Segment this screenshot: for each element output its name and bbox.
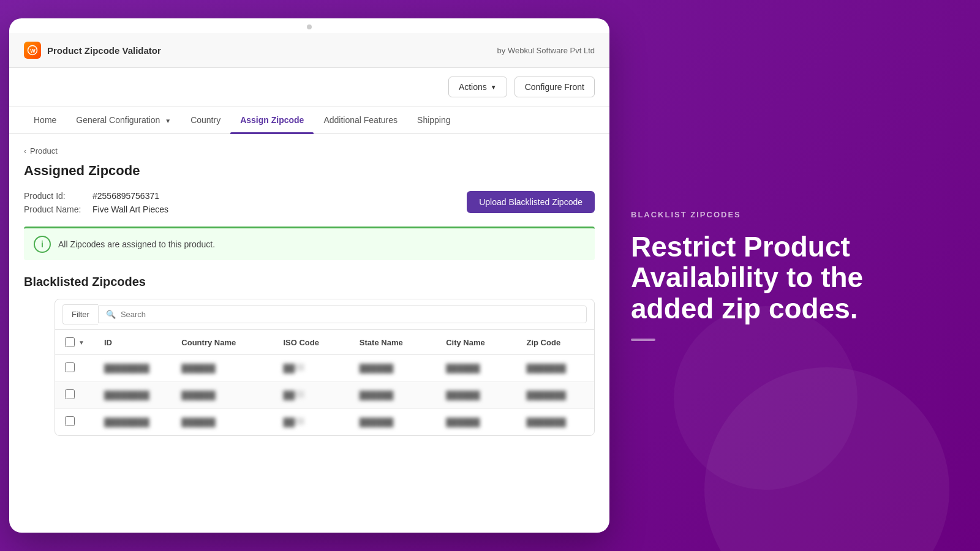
sort-icon: ▼	[78, 339, 85, 346]
blacklisted-zipcodes-table-container: Filter 🔍 ▼ ID	[55, 299, 595, 436]
search-container: 🔍	[98, 305, 587, 323]
sidebar-item-country[interactable]: Country	[181, 107, 230, 133]
upload-blacklisted-zipcode-button[interactable]: Upload Blacklisted Zipcode	[467, 191, 595, 213]
app-title-area: W Product Zipcode Validator	[24, 42, 161, 59]
cell-city_name: ██████	[436, 355, 516, 382]
table-body: ████████ ██████ ██ ██████ ██████	[55, 355, 594, 436]
cell-iso_code: ██	[273, 355, 349, 382]
col-city-name: City Name	[436, 330, 516, 355]
sidebar-item-assign-zipcode[interactable]: Assign Zipcode	[230, 107, 314, 133]
row-select-checkbox[interactable]	[65, 362, 75, 372]
card-dot	[307, 24, 312, 29]
cell-state_name: ██████	[350, 409, 436, 436]
product-name-label: Product Name:	[24, 204, 85, 214]
app-subtitle: by Webkul Software Pvt Ltd	[497, 46, 595, 55]
select-all-cell: ▼	[55, 330, 94, 355]
select-all-checkbox[interactable]	[65, 337, 75, 347]
app-header: W Product Zipcode Validator by Webkul So…	[9, 33, 609, 68]
col-id: ID	[94, 330, 172, 355]
row-checkbox-cell	[55, 409, 94, 436]
configure-front-button[interactable]: Configure Front	[514, 77, 595, 97]
cell-zip_code: ███████	[517, 382, 594, 409]
info-icon: i	[34, 236, 51, 253]
row-select-checkbox[interactable]	[65, 416, 75, 426]
panel-heading: Restrict Product Availability to the add…	[631, 231, 949, 324]
data-table: ▼ ID Country Name ISO Code State Name Ci…	[55, 330, 594, 435]
table-row: ████████ ██████ ██ ██████ ██████	[55, 355, 594, 382]
product-id-label: Product Id:	[24, 191, 85, 201]
main-card: W Product Zipcode Validator by Webkul So…	[9, 18, 609, 533]
filter-button[interactable]: Filter	[62, 304, 98, 324]
breadcrumb-link[interactable]: Product	[30, 146, 58, 156]
col-zip-code: Zip Code	[517, 330, 594, 355]
cell-country_name: ██████	[172, 355, 273, 382]
breadcrumb-arrow-icon: ‹	[24, 147, 26, 156]
app-icon: W	[24, 42, 41, 59]
app-title: Product Zipcode Validator	[47, 45, 161, 56]
breadcrumb: ‹ Product	[24, 146, 595, 156]
cell-id: ████████	[94, 382, 172, 409]
blacklisted-zipcodes-title: Blacklisted Zipcodes	[24, 275, 595, 289]
sidebar-item-additional-features[interactable]: Additional Features	[314, 107, 407, 133]
product-id-value: #2556895756371	[92, 191, 159, 201]
row-checkbox-cell	[55, 355, 94, 382]
cell-id: ████████	[94, 355, 172, 382]
row-checkbox-cell	[55, 382, 94, 409]
right-panel: BLACKLIST ZIPCODES Restrict Product Avai…	[600, 0, 980, 551]
general-config-caret: ▼	[165, 118, 171, 124]
search-icon: 🔍	[106, 310, 116, 319]
cell-iso_code: ██	[273, 382, 349, 409]
row-select-checkbox[interactable]	[65, 389, 75, 399]
svg-text:W: W	[30, 48, 36, 54]
table-row: ████████ ██████ ██ ██████ ██████	[55, 382, 594, 409]
cell-country_name: ██████	[172, 382, 273, 409]
product-info-row: Product Id: #2556895756371 Product Name:…	[24, 191, 595, 214]
cell-zip_code: ███████	[517, 409, 594, 436]
sidebar-item-general-config[interactable]: General Configuration ▼	[66, 107, 181, 133]
toolbar-row: Actions ▼ Configure Front	[9, 68, 609, 107]
table-header-row: ▼ ID Country Name ISO Code State Name Ci…	[55, 330, 594, 355]
info-message: All Zipcodes are assigned to this produc…	[58, 239, 215, 249]
content-area: ‹ Product Assigned Zipcode Product Id: #…	[9, 134, 609, 533]
page-title: Assigned Zipcode	[24, 163, 595, 179]
product-name-row: Product Name: Five Wall Art Pieces	[24, 204, 168, 214]
col-country-name: Country Name	[172, 330, 273, 355]
cell-state_name: ██████	[350, 355, 436, 382]
cell-iso_code: ██	[273, 409, 349, 436]
info-alert: i All Zipcodes are assigned to this prod…	[24, 227, 595, 260]
panel-eyebrow: BLACKLIST ZIPCODES	[631, 210, 949, 219]
actions-button[interactable]: Actions ▼	[448, 77, 507, 97]
product-id-row: Product Id: #2556895756371	[24, 191, 168, 201]
cell-state_name: ██████	[350, 382, 436, 409]
cell-city_name: ██████	[436, 409, 516, 436]
table-row: ████████ ██████ ██ ██████ ██████	[55, 409, 594, 436]
cell-country_name: ██████	[172, 409, 273, 436]
col-iso-code: ISO Code	[273, 330, 349, 355]
actions-dropdown-icon: ▼	[491, 84, 497, 91]
cell-id: ████████	[94, 409, 172, 436]
sidebar-item-shipping[interactable]: Shipping	[407, 107, 461, 133]
product-name-value: Five Wall Art Pieces	[92, 204, 168, 214]
product-info: Product Id: #2556895756371 Product Name:…	[24, 191, 168, 214]
nav-tabs: Home General Configuration ▼ Country Ass…	[9, 107, 609, 134]
panel-divider	[631, 339, 655, 341]
col-state-name: State Name	[350, 330, 436, 355]
cell-city_name: ██████	[436, 382, 516, 409]
cell-zip_code: ███████	[517, 355, 594, 382]
table-toolbar: Filter 🔍	[55, 299, 594, 330]
search-input[interactable]	[121, 310, 579, 319]
sidebar-item-home[interactable]: Home	[24, 107, 66, 133]
